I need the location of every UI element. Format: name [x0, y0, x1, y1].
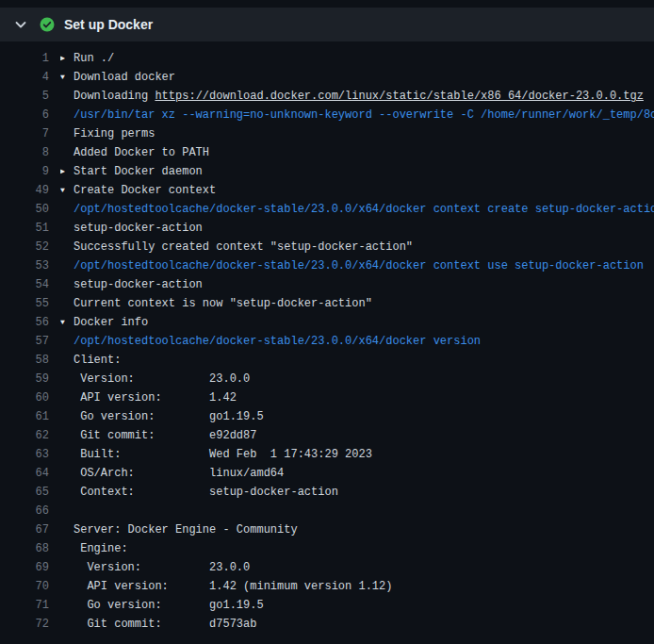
line-number[interactable]: 1: [15, 49, 49, 68]
command-text: /opt/hostedtoolcache/docker-stable/23.0.…: [74, 259, 644, 272]
line-number[interactable]: 53: [15, 256, 49, 275]
log-line: 53/opt/hostedtoolcache/docker-stable/23.…: [0, 256, 654, 275]
group-title[interactable]: Download docker: [74, 71, 175, 84]
log-line-content: ▼Download docker: [60, 68, 654, 87]
download-url-link[interactable]: https://download.docker.com/linux/static…: [155, 90, 643, 103]
log-line: 8Added Docker to PATH: [0, 143, 654, 162]
group-title[interactable]: Create Docker context: [74, 184, 216, 197]
group-title[interactable]: Docker info: [74, 316, 148, 329]
line-number[interactable]: 50: [15, 200, 49, 219]
log-text: Added Docker to PATH: [74, 146, 209, 159]
log-line-content: API version: 1.42: [60, 388, 654, 407]
command-text: /opt/hostedtoolcache/docker-stable/23.0.…: [74, 335, 481, 348]
log-line-content: Version: 23.0.0: [60, 370, 654, 388]
log-line: 54setup-docker-action: [0, 275, 654, 294]
line-number[interactable]: 70: [15, 577, 49, 596]
line-number[interactable]: 71: [15, 596, 49, 615]
line-number[interactable]: 49: [15, 181, 49, 200]
log-text: Version: 23.0.0: [74, 561, 250, 574]
log-line-content: Git commit: e92dd87: [60, 426, 654, 445]
command-text: /opt/hostedtoolcache/docker-stable/23.0.…: [74, 203, 654, 216]
group-collapse-arrow-icon[interactable]: ▼: [60, 68, 74, 87]
line-number[interactable]: 55: [15, 294, 49, 313]
line-number[interactable]: 56: [15, 313, 49, 332]
line-number[interactable]: 57: [15, 332, 49, 351]
log-text: setup-docker-action: [74, 278, 203, 291]
log-line: 52Successfully created context "setup-do…: [0, 238, 654, 256]
group-expand-arrow-icon[interactable]: ▶: [60, 162, 74, 181]
log-line-content: OS/Arch: linux/amd64: [60, 464, 654, 483]
log-line-content: /opt/hostedtoolcache/docker-stable/23.0.…: [60, 256, 654, 275]
line-number[interactable]: 66: [15, 502, 49, 520]
step-title[interactable]: Set up Docker: [64, 17, 153, 32]
log-text: Current context is now "setup-docker-act…: [74, 297, 372, 310]
line-number[interactable]: 64: [15, 464, 49, 483]
log-text: API version: 1.42: [74, 391, 237, 405]
log-line-content: Successfully created context "setup-dock…: [60, 238, 654, 256]
log-text: Fixing perms: [74, 127, 155, 140]
log-line: 65 Context: setup-docker-action: [0, 483, 654, 502]
log-line-content: /usr/bin/tar xz --warning=no-unknown-key…: [60, 106, 654, 124]
log-line: 55Current context is now "setup-docker-a…: [0, 294, 654, 313]
log-line-content: ▶Start Docker daemon: [60, 162, 654, 181]
log-line: 5Downloading https://download.docker.com…: [0, 87, 654, 106]
group-collapse-arrow-icon[interactable]: ▼: [60, 181, 74, 200]
step-header[interactable]: Set up Docker: [0, 8, 654, 41]
log-line-content: API version: 1.42 (minimum version 1.12): [60, 577, 654, 596]
log-line-content: setup-docker-action: [60, 275, 654, 294]
line-number[interactable]: 8: [15, 143, 49, 162]
log-line: 62 Git commit: e92dd87: [0, 426, 654, 445]
line-number[interactable]: 59: [15, 370, 49, 388]
log-line-content: /opt/hostedtoolcache/docker-stable/23.0.…: [60, 332, 654, 351]
line-number[interactable]: 5: [15, 87, 49, 106]
log-line: 57/opt/hostedtoolcache/docker-stable/23.…: [0, 332, 654, 351]
log-line: 50/opt/hostedtoolcache/docker-stable/23.…: [0, 200, 654, 219]
line-number[interactable]: 9: [15, 162, 49, 181]
log-line: 49▼Create Docker context: [0, 181, 654, 200]
log-line-content: Context: setup-docker-action: [60, 483, 654, 502]
chevron-down-icon[interactable]: [13, 17, 28, 32]
group-expand-arrow-icon[interactable]: ▶: [60, 49, 74, 68]
line-number[interactable]: 52: [15, 238, 49, 256]
log-line-content: Version: 23.0.0: [60, 558, 654, 577]
line-number[interactable]: 65: [15, 483, 49, 502]
line-number[interactable]: 60: [15, 388, 49, 407]
line-number[interactable]: 4: [15, 68, 49, 87]
log-line: 72 Git commit: d7573ab: [0, 615, 654, 634]
log-line-content: /opt/hostedtoolcache/docker-stable/23.0.…: [60, 200, 654, 219]
log-text: setup-docker-action: [74, 222, 203, 235]
log-text: OS/Arch: linux/amd64: [74, 467, 284, 480]
line-number[interactable]: 62: [15, 426, 49, 445]
line-number[interactable]: 51: [15, 219, 49, 238]
log-line: 7Fixing perms: [0, 124, 654, 143]
log-text: Version: 23.0.0: [74, 372, 250, 386]
log-line-content: Git commit: d7573ab: [60, 615, 654, 634]
log-line: 4▼Download docker: [0, 68, 654, 87]
group-collapse-arrow-icon[interactable]: ▼: [60, 313, 74, 332]
line-number[interactable]: 69: [15, 558, 49, 577]
log-text: Server: Docker Engine - Community: [74, 523, 298, 537]
log-text: Git commit: e92dd87: [74, 429, 256, 442]
line-number[interactable]: 72: [15, 615, 49, 634]
group-title[interactable]: Start Docker daemon: [74, 165, 203, 178]
log-line: 6/usr/bin/tar xz --warning=no-unknown-ke…: [0, 106, 654, 124]
line-number[interactable]: 54: [15, 275, 49, 294]
line-number[interactable]: 67: [15, 520, 49, 539]
log-line-content: Go version: go1.19.5: [60, 407, 654, 426]
log-text: Downloading: [74, 90, 155, 103]
log-line: 67Server: Docker Engine - Community: [0, 520, 654, 539]
log-text: Built: Wed Feb 1 17:43:29 2023: [74, 448, 372, 461]
log-line: 61 Go version: go1.19.5: [0, 407, 654, 426]
log-line-content: Downloading https://download.docker.com/…: [60, 87, 654, 106]
line-number[interactable]: 63: [15, 445, 49, 464]
line-number[interactable]: 58: [15, 351, 49, 370]
line-number[interactable]: 7: [15, 124, 49, 143]
log-line-content: Fixing perms: [60, 124, 654, 143]
line-number[interactable]: 68: [15, 539, 49, 558]
line-number[interactable]: 61: [15, 407, 49, 426]
group-title[interactable]: Run ./: [74, 52, 114, 65]
line-number[interactable]: 6: [15, 106, 49, 124]
log-line: 69 Version: 23.0.0: [0, 558, 654, 577]
log-line: 56▼Docker info: [0, 313, 654, 332]
log-line-content: ▼Docker info: [60, 313, 654, 332]
